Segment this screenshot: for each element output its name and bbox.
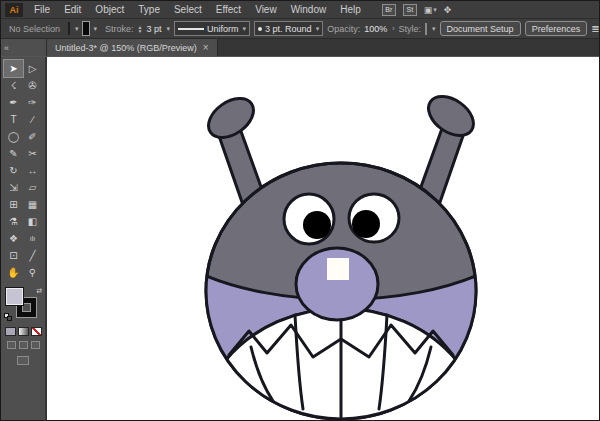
menu-object[interactable]: Object bbox=[88, 2, 131, 18]
fill-indicator[interactable] bbox=[5, 287, 24, 306]
tool-line-segment[interactable]: ∕ bbox=[23, 111, 42, 128]
tool-hand[interactable]: ✋ bbox=[4, 264, 23, 281]
swap-fill-stroke-icon[interactable]: ⇄ bbox=[36, 287, 42, 295]
tool-selection[interactable]: ➤ bbox=[4, 60, 23, 77]
document-tab[interactable]: Untitled-3* @ 150% (RGB/Preview) × bbox=[47, 39, 218, 56]
tool-type[interactable]: T bbox=[4, 111, 23, 128]
stroke-profile-preview bbox=[178, 28, 204, 30]
workspace-switcher-icon[interactable]: ✥ bbox=[444, 5, 452, 15]
tool-magic-wand[interactable]: ☇ bbox=[4, 77, 23, 94]
tool-direct-selection[interactable]: ▷ bbox=[23, 60, 42, 77]
menu-help[interactable]: Help bbox=[333, 2, 368, 18]
paint-mode-row bbox=[5, 327, 42, 336]
tool-zoom[interactable]: ⚲ bbox=[23, 264, 42, 281]
preferences-button[interactable]: Preferences bbox=[525, 21, 588, 36]
control-bar: No Selection ▾ ▾ Stroke: ▲▼ 3 pt ▾ Unifo… bbox=[1, 19, 599, 39]
illustrator-window: Ai File Edit Object Type Select Effect V… bbox=[0, 0, 600, 421]
tool-free-transform[interactable]: ▱ bbox=[23, 179, 42, 196]
draw-behind-icon[interactable] bbox=[19, 341, 28, 349]
tool-lasso[interactable]: ✇ bbox=[23, 77, 42, 94]
opacity-value[interactable]: 100% bbox=[364, 24, 387, 34]
chevron-down-icon: ▾ bbox=[316, 25, 320, 33]
opacity-more-icon[interactable]: › bbox=[392, 25, 394, 32]
style-label: Style: bbox=[399, 24, 422, 34]
stroke-label: Stroke: bbox=[105, 24, 134, 34]
draw-inside-icon[interactable] bbox=[31, 341, 40, 349]
tool-scissors[interactable]: ✂ bbox=[23, 145, 42, 162]
chevron-down-icon: ▾ bbox=[433, 6, 437, 14]
brush-preview-icon bbox=[258, 27, 262, 31]
menu-effect[interactable]: Effect bbox=[209, 2, 248, 18]
color-button[interactable] bbox=[5, 327, 16, 336]
nose-highlight-square[interactable] bbox=[327, 258, 349, 280]
brush-dropdown[interactable]: 3 pt. Round ▾ bbox=[254, 21, 323, 36]
stroke-chevron-icon[interactable]: ▾ bbox=[94, 25, 98, 33]
tool-scale[interactable]: ⇲ bbox=[4, 179, 23, 196]
tool-artboard[interactable]: ⊡ bbox=[4, 247, 23, 264]
tool-eyedropper[interactable]: ⚗ bbox=[4, 213, 23, 230]
none-button[interactable] bbox=[31, 327, 42, 336]
default-fill-stroke-icon[interactable] bbox=[4, 313, 13, 321]
tool-pencil[interactable]: ✎ bbox=[4, 145, 23, 162]
tools-panel: ➤ ▷ ☇ ✇ ✒ ✑ T ∕ ◯ ✐ ✎ ✂ ↻ ↔ ⇲ ▱ ⊞ ▦ ⚗ ◧ bbox=[1, 57, 47, 421]
tool-width[interactable]: ↔ bbox=[23, 162, 42, 179]
tool-rotate[interactable]: ↻ bbox=[4, 162, 23, 179]
document-tab-title: Untitled-3* @ 150% (RGB/Preview) bbox=[55, 43, 197, 53]
arrange-documents-button[interactable]: ▣ ▾ bbox=[424, 5, 437, 15]
close-icon[interactable]: × bbox=[203, 42, 209, 53]
menu-bar: Ai File Edit Object Type Select Effect V… bbox=[1, 1, 599, 19]
arrange-documents-icon: ▣ bbox=[424, 5, 433, 15]
bridge-icon[interactable]: Br bbox=[382, 4, 396, 16]
style-swatch[interactable] bbox=[425, 23, 427, 35]
menu-type[interactable]: Type bbox=[131, 2, 167, 18]
left-pupil[interactable] bbox=[303, 211, 331, 239]
panel-options-icon[interactable]: ≣ bbox=[591, 23, 599, 34]
stroke-weight-chevron-icon[interactable]: ▾ bbox=[167, 25, 171, 33]
document-setup-button[interactable]: Document Setup bbox=[440, 21, 521, 36]
canvas[interactable] bbox=[47, 57, 599, 421]
right-antenna-tip[interactable] bbox=[421, 89, 480, 144]
stock-icon[interactable]: St bbox=[403, 4, 417, 16]
tool-ellipse[interactable]: ◯ bbox=[4, 128, 23, 145]
menu-window[interactable]: Window bbox=[284, 2, 334, 18]
menu-view[interactable]: View bbox=[248, 2, 284, 18]
chevron-down-icon: ▾ bbox=[243, 25, 247, 33]
gradient-button[interactable] bbox=[18, 327, 29, 336]
tool-mesh[interactable]: ▦ bbox=[23, 196, 42, 213]
stroke-weight-stepper[interactable]: ▲▼ bbox=[138, 25, 143, 33]
menu-file[interactable]: File bbox=[27, 2, 57, 18]
fill-color-swatch[interactable] bbox=[68, 22, 70, 35]
tool-paintbrush[interactable]: ✐ bbox=[23, 128, 42, 145]
tool-slice[interactable]: ╱ bbox=[23, 247, 42, 264]
left-antenna-tip[interactable] bbox=[201, 91, 260, 146]
tool-pen[interactable]: ✒ bbox=[4, 94, 23, 111]
tool-perspective-grid[interactable]: ⊞ bbox=[4, 196, 23, 213]
collapse-tools-icon[interactable]: « bbox=[4, 43, 9, 53]
selection-status: No Selection bbox=[9, 24, 60, 34]
menu-edit[interactable]: Edit bbox=[57, 2, 88, 18]
change-screen-mode-icon[interactable] bbox=[17, 356, 29, 365]
width-profile-dropdown[interactable]: Uniform ▾ bbox=[174, 21, 250, 36]
document-tab-bar: « Untitled-3* @ 150% (RGB/Preview) × bbox=[1, 39, 599, 57]
style-chevron-icon[interactable]: ▾ bbox=[432, 25, 436, 33]
draw-normal-icon[interactable] bbox=[7, 341, 16, 349]
tool-blend[interactable]: ❖ bbox=[4, 230, 23, 247]
brush-value: 3 pt. Round bbox=[265, 24, 312, 34]
tool-column-graph[interactable]: ılı bbox=[23, 230, 42, 247]
fill-stroke-widget: ⇄ bbox=[4, 287, 42, 323]
stroke-weight-value[interactable]: 3 pt bbox=[147, 24, 162, 34]
drawing-modes-row bbox=[7, 341, 40, 349]
fill-chevron-icon[interactable]: ▾ bbox=[75, 25, 79, 33]
tool-gradient[interactable]: ◧ bbox=[23, 213, 42, 230]
right-pupil[interactable] bbox=[352, 210, 380, 238]
tools-grid: ➤ ▷ ☇ ✇ ✒ ✑ T ∕ ◯ ✐ ✎ ✂ ↻ ↔ ⇲ ▱ ⊞ ▦ ⚗ ◧ bbox=[4, 60, 42, 281]
width-profile-value: Uniform bbox=[207, 24, 239, 34]
menu-select[interactable]: Select bbox=[167, 2, 209, 18]
tools-panel-header: « bbox=[1, 39, 47, 56]
stroke-color-swatch[interactable] bbox=[83, 22, 89, 35]
opacity-label: Opacity: bbox=[327, 24, 360, 34]
tool-curvature[interactable]: ✑ bbox=[23, 94, 42, 111]
illustrator-logo-icon[interactable]: Ai bbox=[5, 3, 23, 17]
artwork-germ-character bbox=[47, 57, 600, 421]
